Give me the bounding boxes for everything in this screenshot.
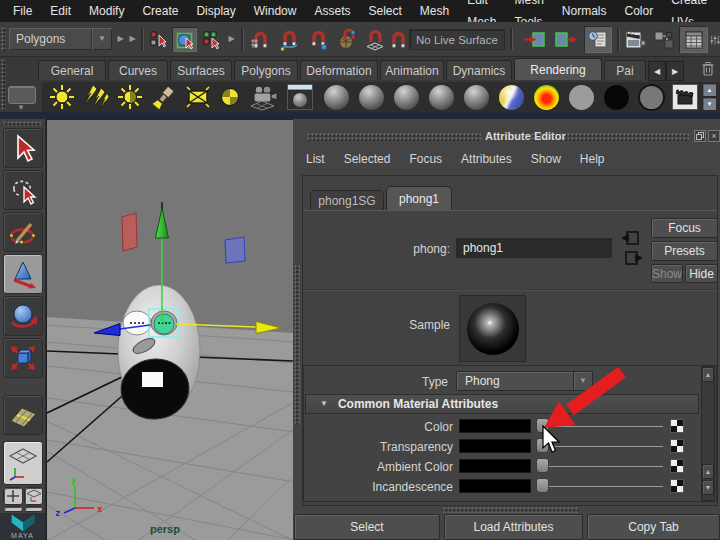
blue-image-plane[interactable] bbox=[225, 237, 245, 263]
ae-scroll-up-icon[interactable]: ▲ bbox=[702, 367, 714, 382]
ambient-color-slider-track[interactable] bbox=[537, 466, 663, 467]
menu-color[interactable]: Color bbox=[616, 0, 663, 22]
rotate-tool-icon[interactable] bbox=[3, 296, 43, 336]
attribute-editor-toggle-icon[interactable] bbox=[679, 26, 708, 53]
ae-close-icon[interactable]: × bbox=[708, 130, 720, 142]
shelf-tab-surfaces[interactable]: Surfaces bbox=[170, 60, 232, 80]
ae-menu-attributes[interactable]: Attributes bbox=[461, 152, 512, 166]
collapse-section-icon[interactable]: ▶ bbox=[115, 30, 126, 48]
incandescence-slider-track[interactable] bbox=[537, 486, 663, 487]
shelf-scroll-right-icon[interactable]: ▶ bbox=[666, 61, 684, 81]
layout-button-clipped-2[interactable] bbox=[24, 506, 43, 512]
trash-icon[interactable] bbox=[698, 59, 718, 79]
menu-normals[interactable]: Normals bbox=[553, 0, 616, 22]
incandescence-slider-thumb[interactable] bbox=[536, 478, 549, 493]
menu-file[interactable]: File bbox=[4, 0, 41, 22]
swap-input-output-icon[interactable] bbox=[620, 230, 640, 251]
persp-outliner-layout-button[interactable] bbox=[24, 487, 43, 505]
shelf-tab-deformation[interactable]: Deformation bbox=[300, 60, 378, 80]
hide-button[interactable]: Hide bbox=[685, 264, 718, 283]
snap-to-projected-center-icon[interactable] bbox=[333, 28, 360, 52]
material-type-dropdown-arrow[interactable]: ▼ bbox=[573, 371, 593, 391]
menu-window[interactable]: Window bbox=[245, 0, 306, 22]
show-button[interactable]: Show bbox=[651, 264, 683, 283]
move-tool-icon[interactable] bbox=[3, 254, 43, 294]
transparency-slider-thumb[interactable] bbox=[536, 438, 549, 453]
red-image-plane[interactable] bbox=[122, 213, 137, 251]
render-camera-icon[interactable] bbox=[246, 83, 282, 111]
output-connections-icon[interactable] bbox=[553, 29, 579, 51]
single-pane-layout-button[interactable] bbox=[3, 441, 43, 485]
render-globals-window-icon[interactable] bbox=[285, 83, 315, 111]
ae-menu-list[interactable]: List bbox=[306, 152, 325, 166]
shelf-menu-arrow-icon[interactable]: ▼ bbox=[10, 103, 32, 112]
phonge-material-icon[interactable] bbox=[461, 83, 491, 111]
layout-button-clipped[interactable] bbox=[3, 506, 23, 512]
shelf-tab-curves[interactable]: Curves bbox=[108, 60, 168, 80]
ae-menu-selected[interactable]: Selected bbox=[344, 152, 391, 166]
presets-button[interactable]: Presets bbox=[651, 241, 718, 261]
incandescence-swatch[interactable] bbox=[459, 479, 531, 493]
transparency-swatch[interactable] bbox=[459, 439, 531, 453]
ambient-color-slider-thumb[interactable] bbox=[536, 458, 549, 473]
copy-tab-button[interactable]: Copy Tab bbox=[587, 514, 720, 540]
ae-menu-help[interactable]: Help bbox=[580, 152, 605, 166]
ae-float-icon[interactable] bbox=[694, 130, 706, 142]
snap-to-curve-icon[interactable] bbox=[275, 28, 302, 52]
snap-to-point-icon[interactable] bbox=[304, 28, 331, 52]
live-surface-field[interactable]: No Live Surface bbox=[409, 29, 505, 50]
ambient-color-texture-map-button[interactable] bbox=[670, 459, 684, 473]
shelf-item-view-button[interactable] bbox=[8, 86, 36, 104]
shelf-scroll-up-icon[interactable]: ▲ bbox=[702, 83, 717, 97]
ae-menu-show[interactable]: Show bbox=[531, 152, 561, 166]
ambient-light-icon[interactable] bbox=[115, 83, 145, 111]
ae-footer-drag-handle[interactable] bbox=[443, 507, 578, 513]
area-light-icon[interactable] bbox=[183, 83, 213, 111]
node-name-field[interactable]: phong1 bbox=[456, 238, 612, 258]
y-axis-cone[interactable] bbox=[156, 208, 169, 238]
transparency-texture-map-button[interactable] bbox=[670, 439, 684, 453]
shading-map-icon[interactable] bbox=[636, 83, 666, 111]
tool-settings-toggle-icon[interactable] bbox=[709, 28, 720, 52]
toolbox-drag-handle[interactable] bbox=[3, 121, 41, 126]
shelf-tab-general[interactable]: General bbox=[38, 60, 106, 80]
select-object-mode-icon[interactable] bbox=[172, 27, 197, 52]
shelf-drag-handle[interactable] bbox=[1, 59, 6, 111]
ae-scroll-down-icon[interactable]: ▼ bbox=[702, 480, 714, 495]
color-slider-track[interactable] bbox=[537, 426, 663, 427]
show-output-icon[interactable] bbox=[624, 251, 644, 270]
menu-display[interactable]: Display bbox=[187, 0, 244, 22]
ae-titlebar-drag-handle[interactable] bbox=[307, 133, 481, 141]
load-attributes-button[interactable]: Load Attributes bbox=[444, 514, 583, 540]
directional-light-icon[interactable] bbox=[81, 83, 111, 111]
shelf-tab-polygons[interactable]: Polygons bbox=[234, 60, 298, 80]
shelf-scroll-down-icon[interactable]: ▼ bbox=[702, 97, 717, 111]
shelf-tab-dynamics[interactable]: Dynamics bbox=[446, 60, 512, 80]
scale-tool-icon[interactable] bbox=[3, 338, 43, 378]
select-tool-icon[interactable] bbox=[3, 128, 43, 168]
select-hierarchy-icon[interactable] bbox=[146, 28, 170, 51]
select-component-mode-icon[interactable] bbox=[199, 28, 223, 51]
material-sample-swatch[interactable] bbox=[459, 295, 526, 362]
shelf-tab-rendering[interactable]: Rendering bbox=[514, 58, 602, 80]
layered-shader-icon[interactable] bbox=[496, 83, 526, 111]
point-light-icon[interactable] bbox=[47, 83, 77, 111]
ramp-shader-icon[interactable] bbox=[531, 83, 561, 111]
menu-assets[interactable]: Assets bbox=[305, 0, 359, 22]
shelf-tab-animation[interactable]: Animation bbox=[380, 60, 444, 80]
color-texture-map-button[interactable] bbox=[670, 419, 684, 433]
common-material-attributes-section[interactable]: ▼ Common Material Attributes bbox=[305, 394, 699, 414]
ambient-color-swatch[interactable] bbox=[459, 459, 531, 473]
menu-set-dropdown-arrow[interactable]: ▼ bbox=[92, 28, 112, 50]
menu-mesh[interactable]: Mesh bbox=[411, 0, 458, 22]
statusline-drag-handle[interactable] bbox=[1, 27, 6, 51]
render-clapperboard-icon[interactable] bbox=[670, 83, 700, 111]
menu-edit[interactable]: Edit bbox=[41, 0, 80, 22]
snap-to-view-plane-icon[interactable] bbox=[361, 28, 388, 52]
menu-create[interactable]: Create bbox=[133, 0, 187, 22]
use-background-icon[interactable] bbox=[601, 83, 631, 111]
perspective-viewport[interactable]: y x z persp bbox=[46, 119, 293, 540]
ae-menu-focus[interactable]: Focus bbox=[409, 152, 442, 166]
snap-to-grid-icon[interactable] bbox=[246, 28, 273, 52]
menu-overflow-icon[interactable]: » bbox=[716, 4, 720, 18]
